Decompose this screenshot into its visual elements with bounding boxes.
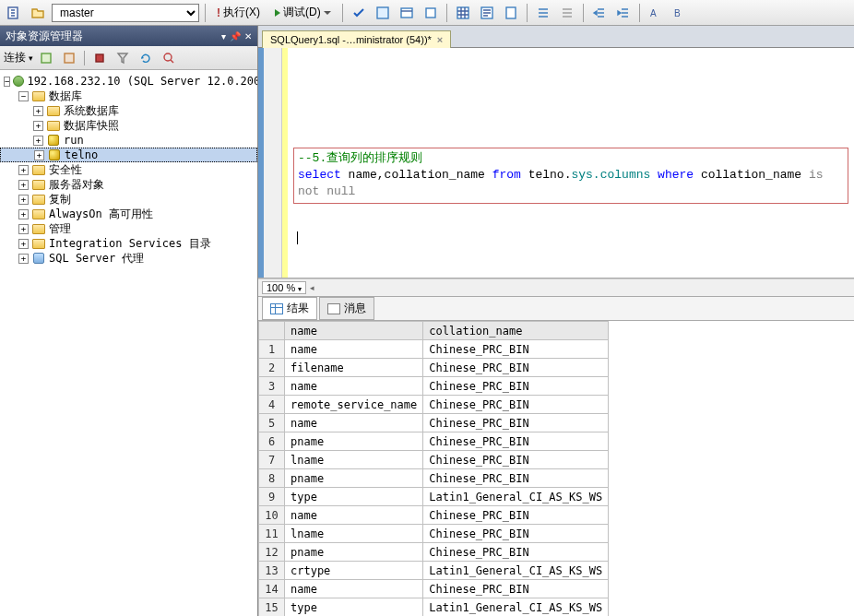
cell-name[interactable]: name (285, 414, 423, 432)
cell-collation[interactable]: Chinese_PRC_BIN (423, 580, 609, 598)
cell-name[interactable]: pname (285, 543, 423, 562)
row-number[interactable]: 13 (259, 562, 285, 580)
disconnect-icon[interactable] (59, 48, 79, 68)
row-number[interactable]: 7 (259, 451, 285, 469)
results-text-icon[interactable] (477, 3, 497, 23)
options-icon[interactable] (421, 3, 441, 23)
table-row[interactable]: 7lnameChinese_PRC_BIN (259, 451, 609, 469)
cell-collation[interactable]: Chinese_PRC_BIN (423, 525, 609, 543)
open-icon[interactable] (28, 3, 48, 23)
object-tree[interactable]: −192.168.232.10 (SQL Server 12.0.2000 - … (0, 70, 257, 616)
row-number[interactable]: 8 (259, 469, 285, 488)
cell-name[interactable]: filename (285, 359, 423, 377)
filter-icon[interactable] (113, 48, 133, 68)
pin-icon[interactable]: 📌 (230, 31, 241, 41)
dropdown-icon[interactable]: ▾ (221, 31, 226, 41)
tab-sqlquery[interactable]: SQLQuery1.sql -…ministrator (54))* × (262, 30, 451, 48)
search-icon[interactable] (159, 48, 179, 68)
tab-messages[interactable]: 消息 (319, 297, 374, 320)
cell-collation[interactable]: Chinese_PRC_BIN (423, 506, 609, 525)
table-row[interactable]: 12pnameChinese_PRC_BIN (259, 543, 609, 562)
grid-corner[interactable] (259, 322, 285, 340)
col-header-collation[interactable]: collation_name (423, 322, 609, 340)
stop-icon[interactable] (89, 48, 110, 68)
indent-icon[interactable] (589, 3, 610, 23)
cell-name[interactable]: remote_service_name (285, 396, 423, 414)
tree-replication[interactable]: +复制 (0, 192, 257, 207)
row-number[interactable]: 10 (259, 506, 285, 525)
results-file-icon[interactable] (501, 3, 521, 23)
scroll-left-icon[interactable]: ◂ (310, 283, 314, 292)
row-number[interactable]: 14 (259, 580, 285, 598)
cell-collation[interactable]: Latin1_General_CI_AS_KS_WS (423, 598, 609, 617)
cell-name[interactable]: name (285, 580, 423, 598)
replace-icon[interactable]: B (670, 3, 690, 23)
comment-icon[interactable] (533, 3, 553, 23)
table-row[interactable]: 8pnameChinese_PRC_BIN (259, 469, 609, 488)
cell-collation[interactable]: Chinese_PRC_BIN (423, 414, 609, 432)
tree-agent[interactable]: +SQL Server 代理 (0, 251, 257, 266)
table-row[interactable]: 3nameChinese_PRC_BIN (259, 377, 609, 396)
zoom-select[interactable]: 100 % ▾ (262, 281, 306, 294)
cell-name[interactable]: type (285, 598, 423, 617)
tree-management[interactable]: +管理 (0, 221, 257, 236)
table-row[interactable]: 11lnameChinese_PRC_BIN (259, 525, 609, 543)
debug-button[interactable]: 调试(D) (269, 3, 337, 23)
tree-alwayson[interactable]: +AlwaysOn 高可用性 (0, 207, 257, 221)
cell-collation[interactable]: Chinese_PRC_BIN (423, 543, 609, 562)
tree-sysdb[interactable]: +系统数据库 (0, 103, 257, 118)
table-row[interactable]: 10nameChinese_PRC_BIN (259, 506, 609, 525)
cell-collation[interactable]: Chinese_PRC_BIN (423, 469, 609, 488)
cell-collation[interactable]: Latin1_General_CI_AS_KS_WS (423, 562, 609, 580)
refresh-icon[interactable] (136, 48, 156, 68)
connect-label[interactable]: 连接 (4, 50, 26, 65)
row-number[interactable]: 3 (259, 377, 285, 396)
tree-telno[interactable]: +telno (0, 148, 257, 162)
row-number[interactable]: 11 (259, 525, 285, 543)
new-query-icon[interactable] (4, 3, 24, 23)
execute-button[interactable]: ! 执行(X) (211, 3, 266, 23)
table-row[interactable]: 1nameChinese_PRC_BIN (259, 340, 609, 359)
row-number[interactable]: 12 (259, 543, 285, 562)
cell-collation[interactable]: Chinese_PRC_BIN (423, 451, 609, 469)
cell-name[interactable]: name (285, 340, 423, 359)
results-grid[interactable]: name collation_name 1nameChinese_PRC_BIN… (258, 321, 854, 616)
cell-collation[interactable]: Latin1_General_CI_AS_KS_WS (423, 488, 609, 506)
connect-icon[interactable] (36, 48, 56, 68)
row-number[interactable]: 1 (259, 340, 285, 359)
cell-name[interactable]: pname (285, 432, 423, 451)
results-grid-icon[interactable] (453, 3, 473, 23)
table-row[interactable]: 14nameChinese_PRC_BIN (259, 580, 609, 598)
table-row[interactable]: 15typeLatin1_General_CI_AS_KS_WS (259, 598, 609, 617)
tree-security[interactable]: +安全性 (0, 162, 257, 177)
check-icon[interactable] (349, 3, 369, 23)
table-row[interactable]: 2filenameChinese_PRC_BIN (259, 359, 609, 377)
row-number[interactable]: 15 (259, 598, 285, 617)
find-icon[interactable]: A (646, 3, 666, 23)
row-number[interactable]: 6 (259, 432, 285, 451)
table-row[interactable]: 5nameChinese_PRC_BIN (259, 414, 609, 432)
table-row[interactable]: 9typeLatin1_General_CI_AS_KS_WS (259, 488, 609, 506)
cell-name[interactable]: lname (285, 451, 423, 469)
outdent-icon[interactable] (613, 3, 634, 23)
tree-databases[interactable]: −数据库 (0, 89, 257, 103)
parse-icon[interactable] (373, 3, 393, 23)
table-row[interactable]: 4remote_service_nameChinese_PRC_BIN (259, 396, 609, 414)
close-icon[interactable]: ✕ (244, 31, 252, 41)
cell-collation[interactable]: Chinese_PRC_BIN (423, 396, 609, 414)
cell-collation[interactable]: Chinese_PRC_BIN (423, 359, 609, 377)
cell-name[interactable]: lname (285, 525, 423, 543)
table-row[interactable]: 6pnameChinese_PRC_BIN (259, 432, 609, 451)
cell-name[interactable]: type (285, 488, 423, 506)
row-number[interactable]: 4 (259, 396, 285, 414)
cell-name[interactable]: crtype (285, 562, 423, 580)
row-number[interactable]: 5 (259, 414, 285, 432)
col-header-name[interactable]: name (285, 322, 423, 340)
sql-editor[interactable]: --5.查询列的排序规则 select name,collation_name … (288, 48, 854, 278)
tree-run[interactable]: +run (0, 133, 257, 148)
tree-server-objects[interactable]: +服务器对象 (0, 177, 257, 192)
uncomment-icon[interactable] (557, 3, 577, 23)
row-number[interactable]: 2 (259, 359, 285, 377)
display-plan-icon[interactable] (397, 3, 417, 23)
cell-collation[interactable]: Chinese_PRC_BIN (423, 340, 609, 359)
